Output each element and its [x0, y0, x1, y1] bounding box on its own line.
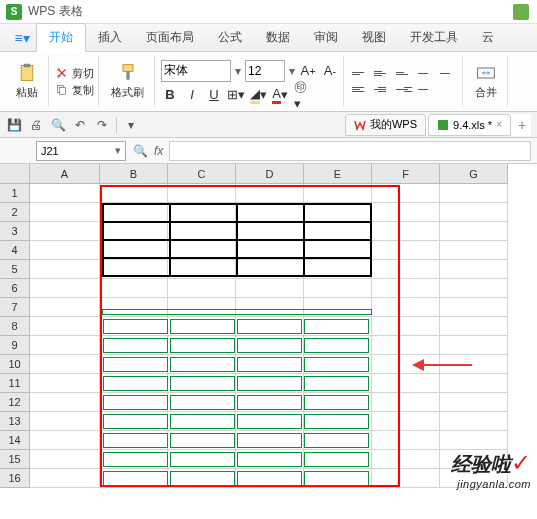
font-name-select[interactable] — [161, 60, 231, 82]
row-header[interactable]: 8 — [0, 317, 30, 336]
tab-view[interactable]: 视图 — [350, 24, 398, 51]
row-header[interactable]: 15 — [0, 450, 30, 469]
cell[interactable] — [372, 450, 440, 469]
indent-left-button[interactable] — [416, 67, 436, 81]
find-icon[interactable]: 🔍 — [132, 143, 148, 159]
merge-button[interactable]: 合并 — [469, 61, 503, 102]
cell[interactable] — [372, 222, 440, 241]
cell[interactable] — [304, 184, 372, 203]
cell[interactable] — [372, 469, 440, 488]
app-menu-button[interactable]: ≡▾ — [8, 25, 36, 51]
cell[interactable] — [440, 374, 508, 393]
format-painter-button[interactable]: 格式刷 — [105, 61, 150, 102]
cell[interactable] — [30, 203, 100, 222]
qat-more-icon[interactable]: ▾ — [123, 117, 139, 133]
close-tab-icon[interactable]: × — [496, 119, 502, 130]
increase-font-button[interactable]: A+ — [299, 62, 317, 80]
cell[interactable] — [440, 222, 508, 241]
formula-input[interactable] — [169, 141, 531, 161]
row-header[interactable]: 13 — [0, 412, 30, 431]
cell[interactable] — [100, 279, 168, 298]
cell[interactable] — [372, 393, 440, 412]
doc-tab-home[interactable]: 我的WPS — [345, 114, 426, 136]
wrap-text-button[interactable] — [416, 83, 436, 97]
tab-review[interactable]: 审阅 — [302, 24, 350, 51]
row-header[interactable]: 5 — [0, 260, 30, 279]
row-header[interactable]: 6 — [0, 279, 30, 298]
tab-formula[interactable]: 公式 — [206, 24, 254, 51]
copy-button[interactable]: 复制 — [55, 83, 94, 98]
row-header[interactable]: 11 — [0, 374, 30, 393]
cell[interactable] — [440, 431, 508, 450]
cell[interactable] — [372, 317, 440, 336]
cell[interactable] — [440, 184, 508, 203]
paste-button[interactable]: 粘贴 — [10, 61, 44, 102]
cell[interactable] — [440, 336, 508, 355]
titlebar-right-icon[interactable] — [513, 4, 529, 20]
tab-insert[interactable]: 插入 — [86, 24, 134, 51]
row-header[interactable]: 1 — [0, 184, 30, 203]
cell[interactable] — [168, 184, 236, 203]
align-right-button[interactable] — [394, 83, 414, 97]
cell[interactable] — [30, 450, 100, 469]
cell[interactable] — [372, 241, 440, 260]
row-header[interactable]: 7 — [0, 298, 30, 317]
align-top-button[interactable] — [350, 67, 370, 81]
cell[interactable] — [30, 469, 100, 488]
align-bottom-button[interactable] — [394, 67, 414, 81]
cell[interactable] — [236, 184, 304, 203]
cell[interactable] — [372, 336, 440, 355]
cell[interactable] — [440, 203, 508, 222]
tab-dev[interactable]: 开发工具 — [398, 24, 470, 51]
cell[interactable] — [30, 241, 100, 260]
cell[interactable] — [30, 317, 100, 336]
cell[interactable] — [372, 412, 440, 431]
row-header[interactable]: 10 — [0, 355, 30, 374]
cell[interactable] — [372, 184, 440, 203]
print-icon[interactable]: 🖨 — [28, 117, 44, 133]
col-header[interactable]: B — [100, 164, 168, 184]
doc-tab-file[interactable]: 9.4.xls * × — [428, 114, 511, 136]
tab-layout[interactable]: 页面布局 — [134, 24, 206, 51]
align-middle-button[interactable] — [372, 67, 392, 81]
print-preview-icon[interactable]: 🔍 — [50, 117, 66, 133]
col-header[interactable]: A — [30, 164, 100, 184]
cell[interactable] — [236, 279, 304, 298]
cell[interactable] — [372, 279, 440, 298]
row-header[interactable]: 12 — [0, 393, 30, 412]
decrease-font-button[interactable]: A- — [321, 62, 339, 80]
row-header[interactable]: 16 — [0, 469, 30, 488]
cell[interactable] — [30, 393, 100, 412]
row-header[interactable]: 3 — [0, 222, 30, 241]
tab-cloud[interactable]: 云 — [470, 24, 506, 51]
col-header[interactable]: D — [236, 164, 304, 184]
row-header[interactable]: 2 — [0, 203, 30, 222]
align-left-button[interactable] — [350, 83, 370, 97]
bold-button[interactable]: B — [161, 86, 179, 104]
col-header[interactable]: G — [440, 164, 508, 184]
cell[interactable] — [100, 184, 168, 203]
tab-data[interactable]: 数据 — [254, 24, 302, 51]
cell[interactable] — [440, 317, 508, 336]
col-header[interactable]: F — [372, 164, 440, 184]
undo-icon[interactable]: ↶ — [72, 117, 88, 133]
border-button[interactable]: ⊞▾ — [227, 86, 245, 104]
cell[interactable] — [372, 298, 440, 317]
redo-icon[interactable]: ↷ — [94, 117, 110, 133]
cell[interactable] — [372, 374, 440, 393]
cell[interactable] — [30, 279, 100, 298]
cell[interactable] — [440, 298, 508, 317]
cell[interactable] — [372, 203, 440, 222]
cell[interactable] — [440, 393, 508, 412]
cell[interactable] — [440, 241, 508, 260]
indent-right-button[interactable] — [438, 67, 458, 81]
tab-start[interactable]: 开始 — [36, 23, 86, 52]
fill-color-button[interactable]: ◢▾ — [249, 86, 267, 104]
align-center-button[interactable] — [372, 83, 392, 97]
italic-button[interactable]: I — [183, 86, 201, 104]
cell[interactable] — [440, 279, 508, 298]
cell[interactable] — [168, 279, 236, 298]
fx-icon[interactable]: fx — [154, 144, 163, 158]
cell[interactable] — [440, 260, 508, 279]
save-icon[interactable]: 💾 — [6, 117, 22, 133]
